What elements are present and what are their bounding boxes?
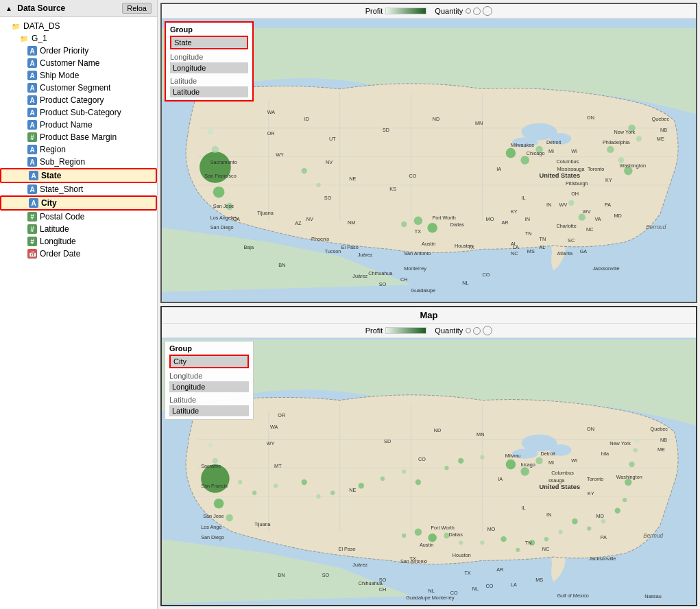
group-item[interactable]: 📁 G_1 <box>0 32 157 45</box>
svg-text:MT: MT <box>274 463 282 469</box>
svg-text:Los Ange: Los Ange <box>201 524 221 530</box>
svg-text:ND: ND <box>434 427 442 433</box>
svg-point-131 <box>238 480 242 484</box>
svg-text:WA: WA <box>267 109 276 115</box>
svg-text:Quebec: Quebec <box>652 116 670 122</box>
svg-text:IA: IA <box>498 476 503 482</box>
svg-point-16 <box>414 217 422 225</box>
svg-text:MN: MN <box>475 120 483 126</box>
svg-text:Bermud: Bermud <box>643 532 663 539</box>
svg-point-11 <box>302 168 307 174</box>
field-latitude[interactable]: # Latitude <box>0 223 157 235</box>
svg-text:TN: TN <box>539 236 546 242</box>
field-label: State <box>41 171 61 180</box>
svg-text:AL: AL <box>511 241 517 247</box>
field-longitude[interactable]: # Longitude <box>0 235 157 248</box>
svg-text:LA: LA <box>511 582 517 588</box>
svg-point-139 <box>402 469 406 473</box>
a-icon: A <box>27 95 37 105</box>
svg-text:NC: NC <box>586 226 594 232</box>
field-label: Product Sub-Category <box>40 108 121 117</box>
svg-text:SO: SO <box>379 281 387 287</box>
circle-md2 <box>473 327 481 335</box>
profit-gradient <box>385 8 426 14</box>
field-customer-name[interactable]: A Customer Name <box>0 57 157 69</box>
svg-point-138 <box>381 477 385 481</box>
reload-button[interactable]: Reloa <box>122 3 152 14</box>
svg-point-145 <box>520 467 529 475</box>
circle-lg <box>483 6 492 16</box>
field-ship-mode[interactable]: A Ship Mode <box>0 69 157 82</box>
svg-text:San Francis: San Francis <box>201 483 228 489</box>
field-product-category[interactable]: A Product Category <box>0 94 157 106</box>
circle-sm2 <box>466 328 471 333</box>
field-city[interactable]: A City <box>0 195 157 211</box>
svg-text:San Antonio: San Antonio <box>404 250 431 256</box>
svg-text:Pittsburgh: Pittsburgh <box>566 180 588 187</box>
svg-point-19 <box>607 146 614 153</box>
svg-text:PA: PA <box>605 202 611 208</box>
svg-point-135 <box>316 494 320 499</box>
svg-text:BN: BN <box>278 262 285 268</box>
svg-text:CH: CH <box>379 586 387 593</box>
svg-text:NL: NL <box>472 586 479 592</box>
collapse-icon[interactable]: ▲ <box>5 5 12 12</box>
svg-point-162 <box>623 498 627 502</box>
field-product-base-margin[interactable]: # Product Base Margin <box>0 131 157 143</box>
svg-text:Chihuahua: Chihuahua <box>368 270 393 276</box>
svg-text:WY: WY <box>276 152 284 158</box>
field-sub-region[interactable]: A Sub_Region <box>0 156 157 168</box>
svg-text:NM: NM <box>348 219 355 226</box>
group-value2: City <box>169 355 249 368</box>
field-postal-code[interactable]: # Postal Code <box>0 211 157 223</box>
svg-text:CO: CO <box>482 272 490 278</box>
circle-md <box>473 8 481 15</box>
latitude-value2: Latitude <box>169 405 249 416</box>
svg-point-148 <box>428 534 436 542</box>
svg-text:TN: TN <box>525 230 532 237</box>
svg-text:MO: MO <box>486 216 494 222</box>
svg-text:KY: KY <box>588 490 594 497</box>
svg-text:Milwau: Milwau <box>505 453 521 459</box>
datasource-name: DATA_DS <box>23 21 60 31</box>
svg-point-157 <box>559 530 563 534</box>
svg-text:TN: TN <box>525 540 532 546</box>
svg-text:United States: United States <box>539 483 580 490</box>
a-icon: A <box>27 120 37 130</box>
svg-text:Quebec: Quebec <box>651 426 668 432</box>
svg-text:Juárez: Juárez <box>358 252 373 258</box>
field-product-name[interactable]: A Product Name <box>0 119 157 131</box>
field-customer-segment[interactable]: A Customer Segment <box>0 82 157 94</box>
svg-text:Sacramento: Sacramento <box>210 159 237 165</box>
field-label: City <box>41 198 57 208</box>
map-panel-2: Map Profit Quantity Group City L <box>160 306 697 606</box>
svg-text:Tijuana: Tijuana <box>257 210 274 216</box>
svg-text:WV: WV <box>583 208 591 215</box>
svg-text:MS: MS <box>535 577 543 583</box>
field-order-date[interactable]: 📅 Order Date <box>0 248 157 260</box>
svg-text:SO: SO <box>322 572 330 578</box>
hash-icon: # <box>27 237 37 246</box>
svg-text:Columbus: Columbus <box>556 158 579 165</box>
field-region[interactable]: A Region <box>0 143 157 156</box>
svg-text:Milwaukee: Milwaukee <box>511 142 534 148</box>
svg-text:AL: AL <box>539 244 545 250</box>
map2-group-fields: Group City Longitude Longitude Latitude … <box>165 341 254 420</box>
svg-text:SC: SC <box>568 237 575 243</box>
group-label: Group <box>170 25 248 34</box>
svg-text:IN: IN <box>546 512 551 518</box>
field-order-priority[interactable]: A Order Priority <box>0 45 157 57</box>
circle-sm <box>466 8 471 14</box>
svg-text:Toronto: Toronto <box>588 166 604 172</box>
svg-point-143 <box>480 455 484 459</box>
svg-point-149 <box>402 534 406 538</box>
map2-legend: Profit Quantity <box>162 324 696 338</box>
svg-point-159 <box>587 526 591 530</box>
field-state[interactable]: A State <box>0 168 157 183</box>
field-state-short[interactable]: A State_Short <box>0 183 157 195</box>
field-product-sub-category[interactable]: A Product Sub-Category <box>0 106 157 119</box>
field-label: Latitude <box>40 224 69 234</box>
svg-text:ME: ME <box>657 446 665 453</box>
datasource-item[interactable]: 📁 DATA_DS <box>0 20 157 32</box>
latitude-label: Latitude <box>170 77 248 85</box>
